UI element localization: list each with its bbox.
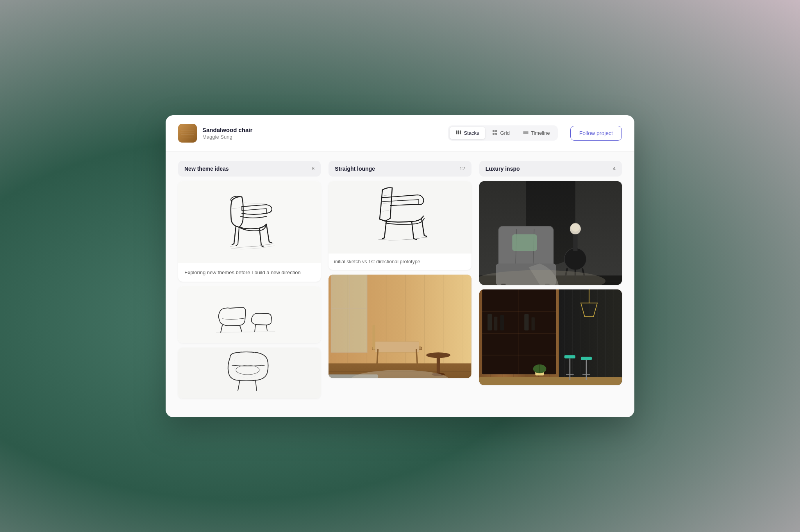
card-sketch-large[interactable]: Exploring new themes before I build a ne… bbox=[178, 181, 321, 282]
chair-sketch-1-svg bbox=[209, 185, 291, 259]
column-count-luxury-inspo: 4 bbox=[613, 166, 616, 171]
card-lounge-sketch[interactable]: initial sketch vs 1st directional protot… bbox=[329, 181, 471, 270]
svg-rect-60 bbox=[573, 231, 577, 250]
column-title-luxury-inspo: Luxury inspo bbox=[486, 166, 520, 172]
svg-line-15 bbox=[232, 208, 240, 209]
svg-rect-9 bbox=[495, 130, 497, 132]
dark-room-svg bbox=[479, 181, 622, 285]
column-header-luxury-inspo: Luxury inspo 4 bbox=[479, 161, 622, 177]
stacks-icon bbox=[456, 130, 461, 136]
svg-rect-75 bbox=[482, 289, 556, 374]
svg-line-16 bbox=[244, 203, 265, 204]
svg-rect-0 bbox=[178, 124, 197, 143]
card-sketch-medium[interactable] bbox=[178, 286, 321, 343]
columns-container: New theme ideas 8 bbox=[178, 161, 622, 399]
card-sketch-small-image bbox=[178, 348, 321, 398]
project-logo-icon bbox=[178, 124, 197, 143]
card-dark-room[interactable] bbox=[479, 181, 622, 285]
column-header-new-theme: New theme ideas 8 bbox=[178, 161, 321, 177]
main-content: New theme ideas 8 bbox=[166, 152, 634, 417]
svg-point-59 bbox=[564, 248, 586, 270]
card-cabinet-room-image bbox=[479, 289, 622, 385]
project-title: Sandalwood chair bbox=[202, 127, 448, 133]
column-count-new-theme: 8 bbox=[312, 166, 314, 171]
svg-rect-11 bbox=[495, 133, 497, 135]
follow-project-button[interactable]: Follow project bbox=[570, 126, 622, 141]
svg-line-17 bbox=[216, 332, 275, 332]
tab-stacks-label: Stacks bbox=[464, 130, 479, 136]
chair-sketch-3-svg bbox=[211, 350, 289, 396]
column-luxury-inspo: Luxury inspo 4 bbox=[479, 161, 622, 385]
project-author: Maggie Sung bbox=[202, 134, 448, 140]
column-title-new-theme: New theme ideas bbox=[184, 166, 229, 172]
project-logo bbox=[178, 124, 197, 143]
column-header-straight-lounge: Straight lounge 12 bbox=[329, 161, 471, 177]
card-lounge-sketch-image bbox=[329, 181, 471, 254]
card-sketch-medium-image bbox=[178, 286, 321, 343]
svg-rect-83 bbox=[524, 314, 529, 330]
card-dark-room-image bbox=[479, 181, 622, 285]
svg-rect-80 bbox=[488, 314, 492, 330]
svg-point-19 bbox=[234, 351, 261, 378]
tab-grid-label: Grid bbox=[500, 130, 510, 136]
svg-rect-10 bbox=[493, 133, 495, 135]
card-sketch-small[interactable] bbox=[178, 348, 321, 398]
card-room-photo[interactable] bbox=[329, 275, 471, 378]
cabinet-room-svg bbox=[479, 289, 622, 385]
chair-sketch-2-svg bbox=[211, 289, 289, 340]
card-lounge-sketch-text: initial sketch vs 1st directional protot… bbox=[329, 254, 471, 270]
card-sketch-large-image bbox=[178, 181, 321, 263]
timeline-icon bbox=[523, 130, 529, 136]
tab-stacks[interactable]: Stacks bbox=[450, 127, 485, 139]
svg-rect-40 bbox=[375, 341, 419, 352]
svg-rect-81 bbox=[494, 316, 497, 330]
column-count-straight-lounge: 12 bbox=[459, 166, 465, 171]
svg-line-22 bbox=[383, 211, 389, 211]
svg-point-62 bbox=[571, 223, 579, 231]
column-new-theme-ideas: New theme ideas 8 bbox=[178, 161, 321, 399]
lounge-sketch-svg bbox=[361, 184, 439, 250]
svg-line-21 bbox=[383, 203, 389, 204]
svg-rect-44 bbox=[437, 355, 440, 374]
svg-line-20 bbox=[384, 195, 389, 196]
svg-rect-84 bbox=[531, 317, 534, 330]
view-tabs: Stacks Grid bbox=[448, 125, 557, 141]
card-lounge-sketch-desc: initial sketch vs 1st directional protot… bbox=[334, 258, 466, 265]
tab-grid[interactable]: Grid bbox=[486, 127, 516, 139]
card-sketch-large-desc: Exploring new themes before I build a ne… bbox=[184, 269, 314, 277]
project-info: Sandalwood chair Maggie Sung bbox=[202, 127, 448, 140]
svg-rect-94 bbox=[479, 377, 622, 385]
svg-rect-58 bbox=[512, 234, 537, 251]
card-sketch-large-text: Exploring new themes before I build a ne… bbox=[178, 263, 321, 282]
header: Sandalwood chair Maggie Sung Stacks bbox=[166, 115, 634, 152]
main-window: Sandalwood chair Maggie Sung Stacks bbox=[166, 115, 634, 417]
svg-point-18 bbox=[236, 365, 259, 375]
svg-rect-5 bbox=[456, 130, 457, 134]
tab-timeline-label: Timeline bbox=[531, 130, 550, 136]
tab-timeline[interactable]: Timeline bbox=[517, 127, 556, 139]
card-cabinet-room[interactable] bbox=[479, 289, 622, 385]
svg-rect-39 bbox=[373, 325, 375, 350]
svg-rect-7 bbox=[460, 130, 461, 134]
svg-rect-96 bbox=[564, 355, 575, 358]
column-title-straight-lounge: Straight lounge bbox=[335, 166, 375, 172]
svg-rect-82 bbox=[500, 315, 504, 330]
column-straight-lounge: Straight lounge 12 bbox=[329, 161, 471, 378]
svg-rect-99 bbox=[581, 357, 592, 360]
room-photo-svg bbox=[329, 275, 471, 378]
svg-rect-6 bbox=[458, 130, 459, 134]
card-room-photo-image bbox=[329, 275, 471, 378]
grid-icon bbox=[492, 130, 498, 136]
svg-rect-85 bbox=[559, 289, 622, 385]
svg-rect-8 bbox=[493, 130, 495, 132]
